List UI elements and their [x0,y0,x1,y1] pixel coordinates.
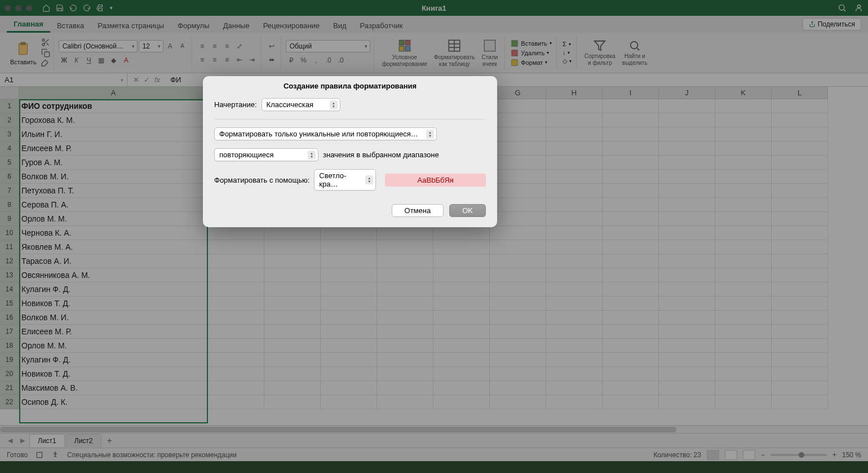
format-preview: АаВbБбЯя [385,174,486,187]
dropdown-arrows-icon: ▲▼ [426,130,434,139]
cancel-button[interactable]: Отмена [392,204,444,217]
style-combo[interactable]: Классическая ▲▼ [262,98,340,111]
range-text: значения в выбранном диапазоне [323,151,439,159]
dropdown-arrows-icon: ▲▼ [308,151,316,160]
modal-overlay [0,0,868,473]
duplicate-combo[interactable]: повторяющиеся ▲▼ [214,148,318,161]
dialog-title: Создание правила форматирования [203,76,497,98]
dropdown-arrows-icon: ▲▼ [330,100,338,109]
ok-button[interactable]: OK [449,204,486,217]
format-with-label: Форматировать с помощью: [214,176,309,184]
dropdown-arrows-icon: ▲▼ [365,175,373,184]
format-with-combo[interactable]: Светло-кра… ▲▼ [314,169,376,191]
style-label: Начертание: [214,100,257,109]
create-rule-dialog: Создание правила форматирования Начертан… [203,76,497,227]
rule-type-combo[interactable]: Форматировать только уникальные или повт… [214,127,437,140]
